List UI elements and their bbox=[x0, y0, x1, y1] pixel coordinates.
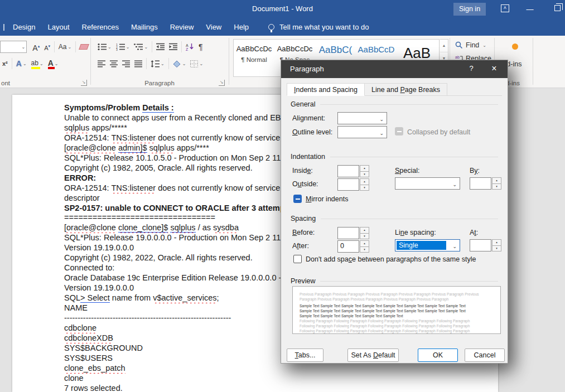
align-center-button[interactable] bbox=[108, 59, 119, 69]
grow-font-button[interactable]: A bbox=[31, 41, 41, 54]
dialog-tab-0[interactable]: Indents and Spacing bbox=[287, 83, 365, 96]
align-right-button[interactable] bbox=[120, 59, 132, 69]
text-highlight-button[interactable]: ab⌄ bbox=[30, 57, 45, 70]
multilevel-list-icon bbox=[134, 43, 143, 51]
after-spinner[interactable]: 0▴▾ bbox=[337, 240, 369, 253]
inside-spinner[interactable]: ▴▾ bbox=[337, 165, 369, 177]
addin-dot-icon[interactable] bbox=[512, 43, 518, 50]
justify-button[interactable] bbox=[133, 59, 144, 69]
increase-indent-icon bbox=[169, 43, 177, 51]
line-spacing-button[interactable]: ⌄ bbox=[149, 59, 166, 69]
set-as-default-button[interactable]: Set As Default bbox=[347, 349, 399, 362]
preview-box: Previous Paragraph Previous Paragraph Pr… bbox=[292, 286, 501, 334]
ribbon-tab-view[interactable]: View bbox=[200, 18, 228, 36]
gallery-scroll-up-button[interactable]: ▲ bbox=[440, 40, 448, 52]
ribbon-tab-references[interactable]: References bbox=[76, 18, 125, 36]
alignment-combobox[interactable]: ⌄ bbox=[337, 112, 387, 124]
borders-button[interactable]: ⌄ bbox=[189, 59, 205, 69]
multilevel-list-button[interactable]: ⌄ bbox=[132, 42, 149, 52]
document-line: 7 rows selected. bbox=[64, 384, 495, 392]
svg-text:A: A bbox=[186, 43, 189, 47]
ribbon-tab-review[interactable]: Review bbox=[164, 18, 200, 36]
numbered-list-icon: 123 bbox=[116, 43, 125, 51]
highlight-icon: ab bbox=[31, 59, 38, 69]
by-label: By: bbox=[470, 167, 480, 175]
before-label: Before: bbox=[292, 229, 315, 236]
align-left-icon bbox=[98, 60, 105, 67]
borders-icon bbox=[190, 60, 198, 67]
dialog-close-button[interactable]: × bbox=[489, 64, 500, 74]
paragraph-dialog-launcher[interactable]: ↘ bbox=[219, 80, 225, 86]
chevron-down-icon: ⌄ bbox=[22, 45, 26, 50]
tabs-button[interactable]: Tabs... bbox=[287, 349, 323, 362]
cancel-button[interactable]: Cancel bbox=[465, 349, 505, 362]
clear-formatting-button[interactable] bbox=[78, 43, 90, 51]
text-effects-button[interactable]: A⌄ bbox=[15, 58, 28, 69]
show-hide-pilcrow-button[interactable]: ¶ bbox=[197, 41, 205, 52]
font-dialog-launcher[interactable]: ↘ bbox=[81, 80, 87, 86]
dialog-tab-1[interactable]: Line and Page Breaks bbox=[364, 83, 447, 96]
minimize-button[interactable]: — bbox=[524, 5, 536, 13]
superscript-button[interactable]: x² bbox=[1, 58, 9, 69]
pilcrow-icon: ¶ bbox=[199, 42, 203, 51]
font-group-label: ont bbox=[1, 80, 10, 86]
paragraph-group: ⌄ 123 ⌄ ⌄ AZ ¶ bbox=[91, 36, 228, 88]
dialog-help-button[interactable]: ? bbox=[466, 64, 476, 72]
dont-add-space-checkbox[interactable] bbox=[293, 255, 302, 263]
dialog-tabs: Indents and SpacingLine and Page Breaks bbox=[287, 83, 447, 96]
divider bbox=[75, 41, 76, 52]
line-spacing-combobox[interactable]: Single ⌄ bbox=[395, 239, 460, 251]
ribbon-tab-layout[interactable]: Layout bbox=[41, 18, 75, 36]
find-button[interactable]: Find⌄ bbox=[455, 41, 486, 49]
paragraph-group-label: Paragraph bbox=[91, 80, 228, 86]
ribbon-tab-design[interactable]: Design bbox=[7, 18, 41, 36]
by-spinner[interactable]: ▴▾ bbox=[470, 177, 501, 190]
change-case-button[interactable]: Aa⌄ bbox=[57, 41, 73, 52]
justify-icon bbox=[134, 60, 142, 67]
svg-text:ab: ab bbox=[455, 55, 460, 59]
collapsed-by-default-checkbox bbox=[395, 127, 403, 135]
preview-line: Sample Text Sample Text Sample Text Samp… bbox=[300, 303, 494, 308]
tell-me-box[interactable]: Tell me what you want to do bbox=[268, 23, 369, 31]
tell-me-label: Tell me what you want to do bbox=[279, 23, 369, 31]
preview-section-header: Preview bbox=[291, 277, 498, 285]
svg-text:Z: Z bbox=[186, 47, 189, 51]
shading-icon bbox=[173, 60, 181, 67]
sort-icon: AZ bbox=[186, 43, 194, 51]
increase-indent-button[interactable] bbox=[167, 42, 179, 52]
style-gallery-item-0[interactable]: AaBbCcDc¶ Normal bbox=[234, 40, 274, 76]
bullet-list-button[interactable]: ⌄ bbox=[96, 42, 113, 52]
at-spinner[interactable]: ▴▾ bbox=[470, 239, 501, 251]
shading-button[interactable]: ⌄ bbox=[171, 59, 188, 69]
outline-level-combobox[interactable]: ⌄ bbox=[337, 126, 387, 138]
mirror-indents-label: Mirror indents bbox=[306, 195, 348, 203]
ribbon-display-options-icon[interactable]: ˄ bbox=[501, 4, 509, 12]
collapsed-by-default-label: Collapsed by default bbox=[407, 128, 470, 136]
sign-in-button[interactable]: Sign in bbox=[453, 3, 486, 16]
font-size-combo[interactable]: ⌄ bbox=[0, 41, 27, 53]
dialog-title: Paragraph bbox=[290, 65, 324, 73]
paragraph-dialog: Paragraph ? × Indents and SpacingLine an… bbox=[281, 60, 508, 364]
ribbon-tab-mailings[interactable]: Mailings bbox=[125, 18, 164, 36]
numbered-list-button[interactable]: 123 ⌄ bbox=[114, 42, 132, 52]
dialog-header[interactable]: Paragraph ? × bbox=[281, 60, 508, 78]
before-spinner[interactable]: ▴▾ bbox=[337, 227, 369, 239]
outside-spinner[interactable]: ▴▾ bbox=[337, 178, 369, 191]
restore-button[interactable] bbox=[554, 5, 561, 11]
divider bbox=[146, 58, 147, 69]
ribbon-tab-help[interactable]: Help bbox=[228, 18, 255, 36]
document-line: clone bbox=[64, 374, 495, 384]
sort-button[interactable]: AZ bbox=[184, 42, 196, 52]
font-color-button[interactable]: A⌄ bbox=[46, 57, 60, 70]
decrease-indent-button[interactable] bbox=[154, 42, 166, 52]
ribbon-tab-row: DesignLayoutReferencesMailingsReviewView… bbox=[0, 18, 565, 36]
eraser-icon bbox=[79, 44, 89, 50]
shrink-font-button[interactable]: A bbox=[42, 41, 52, 54]
align-left-button[interactable] bbox=[96, 59, 107, 69]
partial-tab[interactable] bbox=[0, 24, 4, 31]
dont-add-space-label: Don't add space between paragraphs of th… bbox=[306, 255, 476, 263]
general-section-header: General bbox=[291, 100, 498, 108]
special-combobox[interactable]: ⌄ bbox=[395, 177, 460, 190]
mirror-indents-checkbox[interactable] bbox=[293, 195, 302, 203]
ok-button[interactable]: OK bbox=[418, 349, 458, 362]
